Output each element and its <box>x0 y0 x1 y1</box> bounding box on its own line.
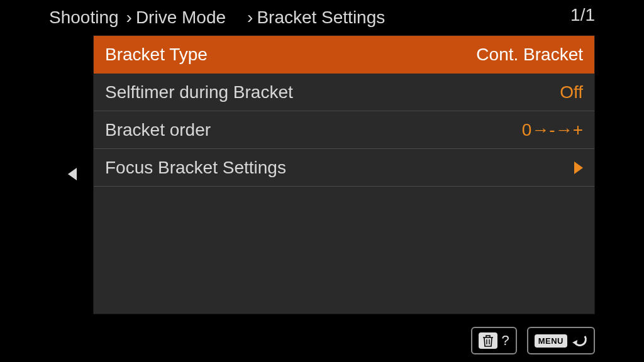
menu-item-value: Cont. Bracket <box>476 45 583 65</box>
back-arrow-icon <box>571 334 587 348</box>
menu-item-label: Bracket order <box>105 120 211 140</box>
menu-icon: MENU <box>535 334 567 348</box>
menu-item-value: 0→-→+ <box>522 120 583 140</box>
menu-item-bracket-type[interactable]: Bracket Type Cont. Bracket <box>94 36 594 74</box>
page-indicator: 1/1 <box>570 5 595 25</box>
help-label: ? <box>501 332 509 349</box>
breadcrumb-separator: › <box>247 8 253 28</box>
footer-bar: ? MENU <box>471 327 595 354</box>
menu-item-label: Bracket Type <box>105 45 208 65</box>
camera-menu-screen: Shooting › Drive Mode › Bracket Settings… <box>0 0 644 362</box>
menu-panel: Bracket Type Cont. Bracket Selftimer dur… <box>93 35 595 314</box>
menu-back-button[interactable]: MENU <box>527 327 595 354</box>
nav-left-button[interactable] <box>68 167 77 184</box>
breadcrumb-level3: Bracket Settings <box>257 8 385 28</box>
help-button[interactable]: ? <box>471 327 516 354</box>
trash-icon <box>479 332 497 349</box>
menu-item-bracket-order[interactable]: Bracket order 0→-→+ <box>94 111 594 149</box>
breadcrumb-separator: › <box>126 8 132 28</box>
submenu-indicator <box>574 162 583 174</box>
menu-item-label: Selftimer during Bracket <box>105 82 293 102</box>
breadcrumb: Shooting › Drive Mode › Bracket Settings <box>49 5 595 30</box>
menu-item-focus-bracket-settings[interactable]: Focus Bracket Settings <box>94 149 594 187</box>
menu-item-selftimer-bracket[interactable]: Selftimer during Bracket Off <box>94 74 594 111</box>
menu-item-value: Off <box>560 82 583 102</box>
breadcrumb-level2: Drive Mode <box>136 8 226 28</box>
breadcrumb-level1: Shooting <box>49 8 119 28</box>
chevron-left-icon <box>68 168 77 180</box>
chevron-right-icon <box>574 162 583 174</box>
menu-item-label: Focus Bracket Settings <box>105 158 286 178</box>
